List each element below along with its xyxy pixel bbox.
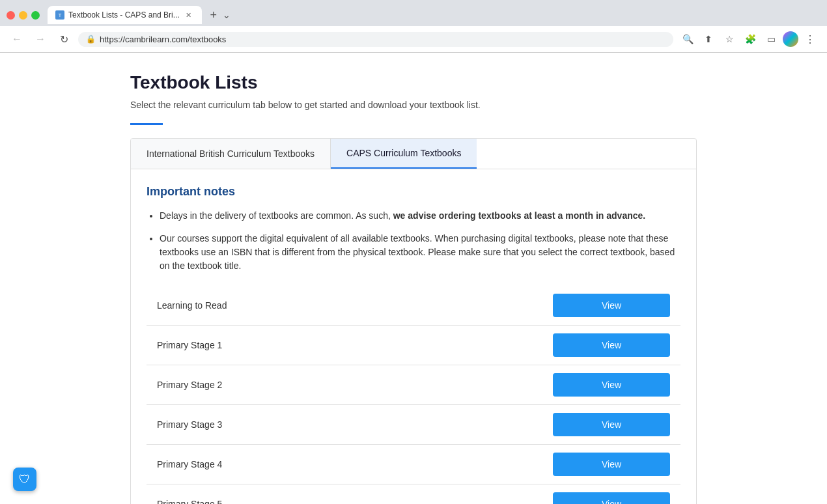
tab-caps-content: Important notes Delays in the delivery o… [131,169,696,504]
tab-bar: T Textbook Lists - CAPS and Bri... ✕ + ⌄ [48,6,231,24]
active-tab[interactable]: T Textbook Lists - CAPS and Bri... ✕ [48,6,202,24]
forward-button[interactable]: → [31,30,49,48]
tab-favicon: T [55,10,64,20]
page-subtitle: Select the relevant curriculum tab below… [130,100,697,110]
tab-title: Textbook Lists - CAPS and Bri... [68,10,180,20]
view-button-4[interactable]: View [553,453,670,476]
row-label: Primary Stage 1 [157,340,222,350]
table-row: Primary Stage 1 View [147,326,680,365]
row-label: Learning to Read [157,300,227,311]
table-row: Learning to Read View [147,286,680,326]
security-badge[interactable]: 🛡 [13,468,36,491]
note-1-bold: we advise ordering textbooks at least a … [393,210,645,221]
tab-close-button[interactable]: ✕ [184,10,194,20]
sidebar-icon-btn[interactable]: ▭ [762,30,780,48]
search-icon-btn[interactable]: 🔍 [679,30,697,48]
view-button-0[interactable]: View [553,294,670,317]
lock-icon: 🔒 [86,35,96,44]
maximize-button[interactable] [31,11,40,20]
tab-international[interactable]: International British Curriculum Textboo… [131,139,331,169]
note-1: Delays in the delivery of textbooks are … [160,209,680,223]
row-label: Primary Stage 3 [157,419,222,430]
close-button[interactable] [7,11,15,20]
important-notes-title: Important notes [147,185,680,199]
tab-caps[interactable]: CAPS Curriculum Textbooks [331,139,477,169]
title-divider [130,123,163,125]
view-button-2[interactable]: View [553,373,670,397]
table-row: Primary Stage 4 View [147,445,680,484]
chevron-down-icon[interactable]: ⌄ [223,10,231,20]
note-2: Our courses support the digital equivale… [160,232,680,273]
page-content: Textbook Lists Select the relevant curri… [0,53,827,504]
address-bar: ← → ↻ 🔒 https://cambrilearn.com/textbook… [0,26,827,53]
tab-end: ⌄ [223,10,231,20]
textbook-list: Learning to Read View Primary Stage 1 Vi… [147,286,680,504]
page-title: Textbook Lists [130,72,697,93]
reload-button[interactable]: ↻ [55,30,73,48]
toolbar-icons: 🔍 ⬆ ☆ 🧩 ▭ ⋮ [679,30,819,48]
url-text: https://cambrilearn.com/textbooks [100,35,666,44]
view-button-1[interactable]: View [553,333,670,357]
profile-avatar[interactable] [783,31,798,47]
row-label: Primary Stage 4 [157,459,222,469]
tabs-container: International British Curriculum Textboo… [130,138,697,504]
extensions-icon-btn[interactable]: 🧩 [741,30,759,48]
row-label: Primary Stage 5 [157,499,222,504]
new-tab-button[interactable]: + [204,6,223,24]
view-button-3[interactable]: View [553,413,670,436]
table-row: Primary Stage 3 View [147,405,680,445]
shield-icon: 🛡 [19,473,31,486]
minimize-button[interactable] [19,11,27,20]
window-controls [7,11,40,20]
note-1-plain: Delays in the delivery of textbooks are … [160,210,393,221]
tab-headers: International British Curriculum Textboo… [131,139,696,169]
bookmark-icon-btn[interactable]: ☆ [720,30,738,48]
notes-list: Delays in the delivery of textbooks are … [160,209,680,273]
row-label: Primary Stage 2 [157,380,222,390]
view-button-5[interactable]: View [553,492,670,504]
back-button[interactable]: ← [8,30,26,48]
table-row: Primary Stage 2 View [147,365,680,405]
menu-button[interactable]: ⋮ [801,30,819,48]
share-icon-btn[interactable]: ⬆ [699,30,718,48]
table-row: Primary Stage 5 View [147,484,680,504]
url-bar[interactable]: 🔒 https://cambrilearn.com/textbooks [78,32,673,47]
